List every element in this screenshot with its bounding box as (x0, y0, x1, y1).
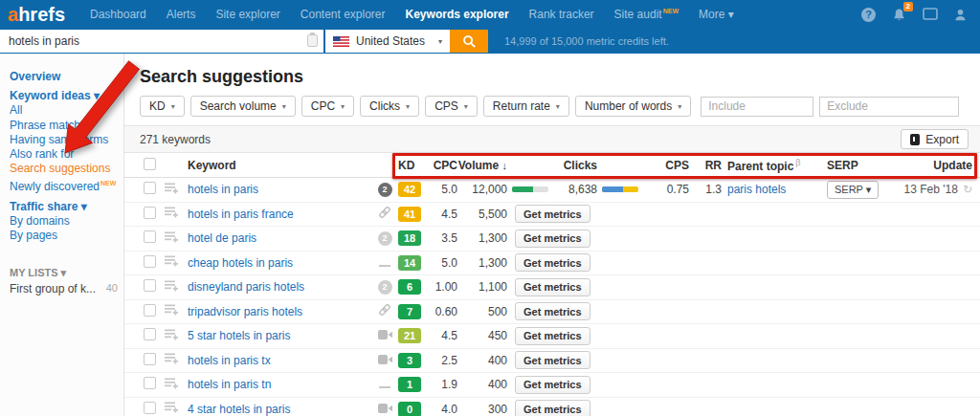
col-serp[interactable]: SERP (827, 159, 858, 172)
row-checkbox[interactable] (144, 377, 156, 389)
include-input[interactable] (701, 97, 813, 117)
help-icon[interactable]: ? (860, 7, 877, 22)
paste-icon[interactable] (307, 34, 318, 47)
notifications-bell-icon[interactable]: 2 (891, 7, 907, 22)
get-metrics-button[interactable]: Get metrics (515, 327, 590, 345)
filter-dropdown[interactable]: Return rate ▾ (483, 96, 569, 117)
parent-topic-link[interactable]: paris hotels (727, 183, 786, 196)
get-metrics-button[interactable]: Get metrics (515, 400, 590, 416)
get-metrics-button[interactable]: Get metrics (515, 253, 590, 272)
col-cpc[interactable]: CPC (434, 159, 457, 172)
serp-feature-cell (378, 206, 391, 222)
keyword-link[interactable]: tripadvisor paris hotels (188, 305, 302, 318)
add-to-list-icon[interactable] (165, 402, 188, 416)
row-checkbox[interactable] (144, 402, 156, 414)
nav-item[interactable]: Site explorer (215, 8, 279, 21)
get-metrics-button[interactable]: Get metrics (515, 351, 590, 369)
add-to-list-icon[interactable] (165, 280, 188, 295)
sidebar-item[interactable]: Phrase match (10, 119, 123, 133)
get-metrics-button[interactable]: Get metrics (515, 278, 590, 296)
app-window-icon[interactable] (922, 7, 938, 22)
get-metrics-button[interactable]: Get metrics (515, 230, 590, 248)
ahrefs-logo[interactable]: ahrefs (8, 5, 65, 24)
sidebar-item[interactable]: Newly discoveredNEW (10, 176, 123, 194)
filter-dropdown[interactable]: Search volume ▾ (190, 96, 296, 117)
keyword-link[interactable]: 4 star hotels in paris (188, 403, 290, 416)
col-rr[interactable]: RR (705, 159, 722, 172)
sidebar-item[interactable]: Keyword ideas ▾ (10, 89, 123, 103)
refresh-icon[interactable]: ↻ (963, 183, 972, 196)
sidebar-item[interactable]: Traffic share ▾ (10, 200, 123, 214)
keyword-link[interactable]: hotel de paris (188, 231, 256, 245)
volume-bar (512, 186, 548, 192)
country-select[interactable]: United States ▾ (325, 30, 450, 53)
nav-item[interactable]: More ▾ (699, 8, 734, 21)
nav-item[interactable]: Dashboard (90, 8, 146, 21)
col-clicks[interactable]: Clicks (564, 159, 597, 172)
add-to-list-icon[interactable] (165, 255, 188, 270)
add-to-list-icon[interactable] (165, 304, 188, 318)
serp-features-count-icon[interactable]: 2 (378, 280, 392, 295)
keyword-link[interactable]: cheap hotels in paris (188, 256, 293, 270)
add-to-list-icon[interactable] (165, 329, 188, 343)
get-metrics-button[interactable]: Get metrics (515, 205, 590, 223)
row-checkbox[interactable] (144, 304, 156, 317)
sidebar-item[interactable]: Also rank for (10, 147, 123, 162)
keyword-link[interactable]: hotels in paris france (188, 208, 294, 221)
sidebar-item[interactable]: By domains (10, 214, 123, 229)
row-checkbox[interactable] (144, 182, 156, 194)
serp-dropdown-button[interactable]: SERP ▾ (827, 181, 879, 199)
sidebar-item[interactable]: Having same terms (10, 133, 123, 147)
get-metrics-button[interactable]: Get metrics (515, 376, 590, 394)
filter-dropdown[interactable]: Number of words ▾ (575, 96, 691, 117)
col-update[interactable]: Update (933, 159, 972, 172)
sidebar-item[interactable]: All (10, 103, 123, 118)
filter-dropdown[interactable]: CPS ▾ (425, 96, 478, 117)
filter-dropdown[interactable]: CPC ▾ (301, 96, 354, 117)
select-all-checkbox[interactable] (144, 158, 156, 170)
nav-item[interactable]: Keywords explorer (406, 8, 509, 21)
nav-item[interactable]: Rank tracker (529, 8, 594, 21)
col-keyword[interactable]: Keyword (188, 159, 371, 172)
row-checkbox[interactable] (144, 328, 156, 340)
sidebar-item[interactable]: Search suggestions (10, 162, 123, 176)
country-label: United States (356, 34, 425, 48)
serp-features-count-icon[interactable]: 2 (378, 231, 392, 246)
keyword-search-input[interactable] (0, 30, 323, 53)
keyword-link[interactable]: 5 star hotels in paris (188, 329, 290, 342)
keyword-link[interactable]: hotels in paris tn (188, 378, 271, 391)
nav-item[interactable]: Alerts (167, 8, 196, 21)
export-button[interactable]: Export (901, 129, 969, 149)
exclude-input[interactable] (819, 97, 959, 117)
filter-dropdown[interactable]: KD ▾ (140, 96, 185, 117)
add-to-list-icon[interactable] (165, 353, 188, 367)
get-metrics-button[interactable]: Get metrics (515, 302, 590, 320)
my-list-item[interactable]: First group of k... 40 (10, 282, 118, 296)
add-to-list-icon[interactable] (165, 378, 188, 392)
row-checkbox[interactable] (144, 279, 156, 292)
add-to-list-icon[interactable] (165, 207, 188, 221)
serp-features-count-icon[interactable]: 2 (378, 183, 392, 197)
sidebar-item[interactable]: By pages (10, 229, 123, 243)
add-to-list-icon[interactable] (165, 183, 188, 197)
nav-item[interactable]: Content explorer (301, 8, 386, 21)
keyword-link[interactable]: hotels in paris tx (188, 354, 271, 367)
row-checkbox[interactable] (144, 207, 156, 219)
keyword-link[interactable]: hotels in paris (188, 183, 258, 196)
filter-dropdown[interactable]: Clicks ▾ (360, 96, 419, 117)
col-parent-topic[interactable]: Parent topicβ (722, 158, 801, 173)
row-checkbox[interactable] (144, 230, 156, 243)
row-checkbox[interactable] (144, 255, 156, 268)
volume-value: 300 (488, 403, 507, 416)
col-kd[interactable]: KD (398, 159, 431, 172)
row-checkbox[interactable] (144, 353, 156, 365)
nav-item[interactable]: Site auditNEW (614, 8, 679, 21)
keyword-link[interactable]: disneyland paris hotels (188, 280, 304, 294)
account-icon[interactable] (952, 7, 969, 22)
search-button[interactable] (450, 30, 488, 53)
col-cps[interactable]: CPS (665, 159, 689, 172)
my-lists-heading[interactable]: MY LISTS ▾ (10, 267, 123, 279)
col-volume[interactable]: Volume ↓ (458, 159, 507, 172)
add-to-list-icon[interactable] (165, 231, 188, 246)
sidebar-item[interactable]: Overview (10, 70, 123, 84)
